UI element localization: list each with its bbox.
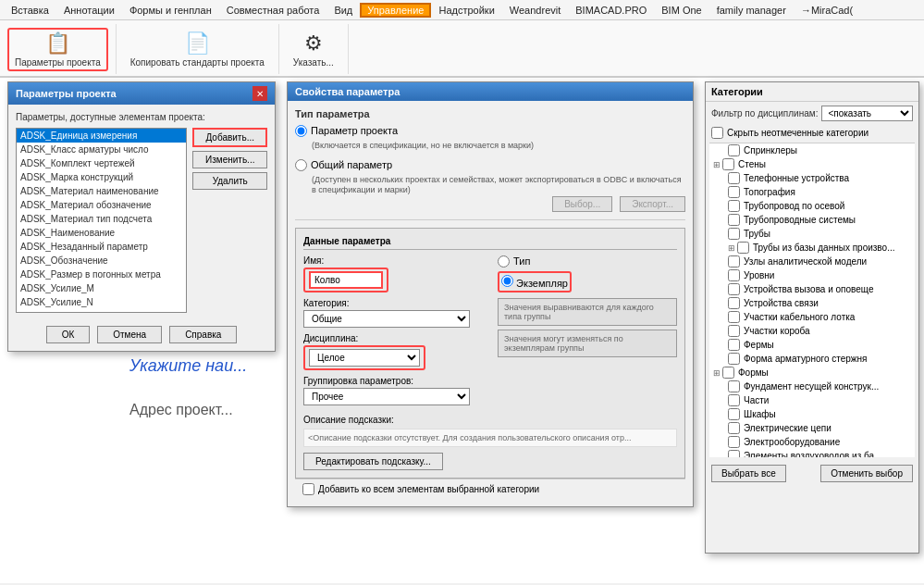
cat-item-7[interactable]: ⊞ Трубы из базы данных произво... [724, 241, 915, 255]
cat-check-10[interactable] [728, 283, 740, 295]
cat-check-8[interactable] [728, 255, 740, 268]
param-list-item-3[interactable]: ADSK_Марка конструкций [17, 170, 186, 184]
cat-item-1[interactable]: ⊞ Стены [709, 157, 915, 171]
cat-item-20[interactable]: Электрические цепи [724, 421, 915, 435]
menu-item-family-manager[interactable]: family manager [709, 3, 794, 18]
add-to-all-checkbox[interactable] [302, 483, 314, 495]
ribbon-btn-project-params[interactable]: 📋 Параметры проекта [7, 28, 108, 71]
cat-check-17[interactable] [728, 380, 740, 392]
param-list-item-10[interactable]: ADSK_Размер в погонных метра [17, 268, 186, 281]
cat-check-13[interactable] [728, 325, 740, 337]
menu-item-weandrevit[interactable]: Weandrevit [502, 3, 568, 18]
btn-ok[interactable]: ОК [46, 326, 91, 343]
dialog-params-close[interactable]: ✕ [253, 86, 267, 101]
cat-item-21[interactable]: Электрооборудование [724, 435, 915, 449]
btn-delete[interactable]: Удалить [192, 172, 267, 190]
radio-project[interactable] [295, 125, 307, 137]
cat-check-11[interactable] [728, 297, 740, 309]
param-list-item-4[interactable]: ADSK_Материал наименование [17, 184, 186, 198]
cat-check-16[interactable] [722, 367, 734, 379]
cat-check-2[interactable] [728, 172, 740, 184]
select-group[interactable]: Прочее [303, 388, 470, 405]
menu-item-bimacad[interactable]: BIMACAD.PRO [568, 3, 654, 18]
cat-item-16[interactable]: ⊞ Формы [709, 366, 915, 380]
cat-item-15[interactable]: Форма арматурного стержня [724, 352, 915, 366]
cat-item-4[interactable]: Трубопровод по осевой [724, 199, 915, 213]
param-list-item-13[interactable]: ADSK_Усилие_Q [17, 309, 186, 313]
cat-check-6[interactable] [728, 228, 740, 240]
input-name[interactable] [309, 271, 383, 289]
menu-item-collab[interactable]: Совместная работа [219, 3, 327, 18]
cat-check-20[interactable] [728, 422, 740, 434]
cat-check-9[interactable] [728, 269, 740, 281]
param-list-item-5[interactable]: ADSK_Материал обозначение [17, 198, 186, 212]
cat-check-21[interactable] [728, 436, 740, 448]
cat-item-6[interactable]: Трубы [724, 227, 915, 241]
cat-item-8[interactable]: Узлы аналитической модели [724, 255, 915, 268]
cat-show-hidden-checkbox[interactable] [711, 127, 723, 139]
radio-type[interactable] [498, 255, 510, 268]
menu-item-bimone[interactable]: BIM One [654, 3, 708, 18]
param-list[interactable]: ADSK_Единица измерения ADSK_Класс армату… [16, 128, 187, 313]
cat-item-3[interactable]: Топография [724, 185, 915, 199]
radio-general[interactable] [295, 159, 307, 171]
menu-item-miracad[interactable]: →MiraCad( [794, 3, 860, 18]
cat-check-0[interactable] [728, 144, 740, 156]
ribbon-btn-settings[interactable]: ⚙ Указать... [287, 29, 340, 70]
param-list-item-7[interactable]: ADSK_Наименование [17, 226, 186, 240]
btn-select-all[interactable]: Выбрать все [711, 465, 786, 482]
menu-item-manage[interactable]: Управление [360, 3, 431, 18]
cat-item-0[interactable]: Спринклеры [724, 143, 915, 157]
cat-check-7[interactable] [737, 242, 749, 254]
cat-check-22[interactable] [728, 450, 740, 457]
cat-item-12[interactable]: Участки кабельного лотка [724, 310, 915, 324]
btn-help[interactable]: Справка [169, 326, 237, 343]
cat-check-18[interactable] [728, 394, 740, 406]
cat-filter-select[interactable]: <показать [821, 106, 913, 121]
menu-item-forms[interactable]: Формы и генплан [122, 3, 219, 18]
cat-item-11[interactable]: Устройства связи [724, 296, 915, 310]
select-type[interactable]: Целое [309, 349, 420, 367]
menu-item-view[interactable]: Вид [326, 3, 360, 18]
btn-change[interactable]: Изменить... [192, 151, 267, 168]
cat-item-22[interactable]: Элементы воздуховодов из ба... [724, 449, 915, 457]
cat-item-2[interactable]: Телефонные устройства [724, 171, 915, 185]
cat-item-19[interactable]: Шкафы [724, 407, 915, 421]
cat-item-5[interactable]: Трубопроводные системы [724, 213, 915, 227]
cat-expand-16[interactable]: ⊞ [713, 368, 722, 378]
cat-check-19[interactable] [728, 408, 740, 420]
param-list-item-11[interactable]: ADSK_Усилие_M [17, 281, 186, 295]
param-list-item-2[interactable]: ADSK_Комплект чертежей [17, 156, 186, 170]
btn-cancel[interactable]: Отмена [97, 326, 162, 343]
cat-item-17[interactable]: Фундамент несущей конструк... [724, 380, 915, 393]
cat-check-14[interactable] [728, 339, 740, 351]
cat-check-5[interactable] [728, 214, 740, 226]
cat-check-4[interactable] [728, 200, 740, 212]
cat-check-15[interactable] [728, 353, 740, 365]
cat-expand-7[interactable]: ⊞ [728, 243, 737, 253]
param-list-item-0[interactable]: ADSK_Единица измерения [17, 129, 186, 143]
cat-item-18[interactable]: Части [724, 393, 915, 407]
cat-item-13[interactable]: Участки короба [724, 324, 915, 338]
param-list-item-1[interactable]: ADSK_Класс арматуры число [17, 143, 186, 156]
menu-item-insert[interactable]: Вставка [4, 3, 56, 18]
param-list-item-8[interactable]: ADSK_Незаданный параметр [17, 240, 186, 254]
cat-item-9[interactable]: Уровни [724, 268, 915, 282]
radio-instance[interactable] [501, 275, 513, 287]
ribbon-btn-copy-standards[interactable]: 📄 Копировать стандарты проекта [124, 29, 271, 70]
btn-cancel-selection[interactable]: Отменить выбор [820, 465, 913, 482]
cat-item-14[interactable]: Фермы [724, 338, 915, 352]
select-category[interactable]: Общие [303, 310, 470, 328]
cat-item-10[interactable]: Устройства вызова и оповеще [724, 282, 915, 296]
param-list-item-9[interactable]: ADSK_Обозначение [17, 254, 186, 268]
menu-item-annotations[interactable]: Аннотации [56, 3, 122, 18]
btn-add[interactable]: Добавить... [192, 128, 267, 147]
cat-check-1[interactable] [722, 158, 734, 170]
menu-item-addins[interactable]: Надстройки [431, 3, 501, 18]
cat-check-12[interactable] [728, 311, 740, 323]
btn-edit-tooltip[interactable]: Редактировать подсказку... [303, 453, 443, 470]
cat-check-3[interactable] [728, 186, 740, 198]
cat-expand-1[interactable]: ⊞ [713, 160, 722, 169]
param-list-item-12[interactable]: ADSK_Усилие_N [17, 295, 186, 309]
param-list-item-6[interactable]: ADSK_Материал тип подсчета [17, 212, 186, 226]
